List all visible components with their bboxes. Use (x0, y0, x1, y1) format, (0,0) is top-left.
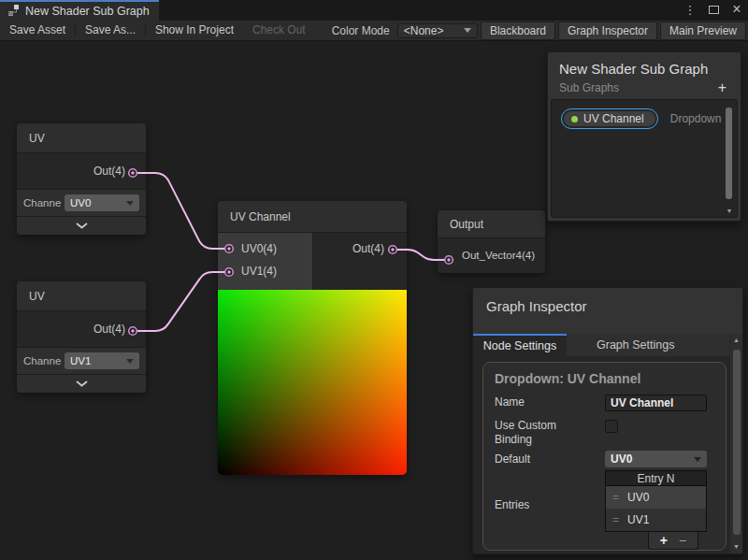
node-title[interactable]: UV (17, 123, 146, 153)
blackboard-scrollbar[interactable]: ▼ (725, 106, 734, 214)
node-input-column: UV0(4) UV1(4) (218, 233, 313, 290)
entries-label: Entries (495, 470, 605, 550)
default-dropdown[interactable]: UV0 (605, 451, 707, 467)
node-title[interactable]: UV (17, 281, 146, 311)
node-output-column: Out(4) (313, 233, 407, 290)
node-collapse-button[interactable] (17, 216, 146, 235)
use-custom-binding-checkbox[interactable] (605, 420, 618, 433)
color-mode-dropdown[interactable]: <None> (397, 23, 478, 38)
input-port-label: Out_Vector4(4) (438, 238, 545, 273)
tab-graph-settings[interactable]: Graph Settings (567, 334, 729, 356)
chevron-down-icon (126, 359, 134, 364)
toolbar: Save Asset Save As... Show In Project Ch… (0, 21, 748, 41)
blackboard-toggle-button[interactable]: Blackboard (481, 22, 555, 40)
chevron-down-icon (76, 381, 88, 387)
entry-row-uv1[interactable]: = UV1 (606, 509, 706, 531)
inspector-title: Graph Inspector (473, 288, 742, 334)
chevron-down-icon (694, 457, 701, 462)
inspector-tabs: Node Settings Graph Settings (473, 334, 729, 356)
subgraph-icon (7, 3, 20, 20)
name-input[interactable] (605, 395, 707, 411)
channel-label: Channe (23, 355, 65, 366)
tab-new-shader-sub-graph[interactable]: New Shader Sub Graph (0, 0, 159, 21)
toolbar-right: Blackboard Graph Inspector Main Preview (478, 21, 748, 41)
node-output[interactable]: Output Out_Vector4(4) (438, 210, 545, 273)
blackboard-title: New Shader Sub Graph (559, 61, 729, 77)
color-mode-value: <None> (404, 24, 464, 37)
property-pill-uv-channel[interactable]: UV Channel (561, 108, 658, 129)
node-output-label: Out(4) (17, 311, 146, 347)
add-property-button[interactable]: + (715, 81, 729, 94)
blackboard-panel: New Shader Sub Graph Sub Graphs + UV Cha… (547, 51, 741, 222)
tab-bar: New Shader Sub Graph ⋮ × (0, 0, 748, 21)
remove-entry-button[interactable]: − (679, 533, 686, 548)
dropdown-settings-box: Dropdown: UV Channel Name Use Custom B (482, 362, 726, 551)
input-port-label: UV0(4) (218, 237, 312, 260)
node-uv-bottom[interactable]: UV Out(4) Channe UV1 (17, 281, 146, 393)
scroll-up-icon[interactable]: ▲ (730, 334, 742, 347)
node-title[interactable]: Output (438, 210, 545, 238)
input-port-label: UV1(4) (218, 260, 312, 282)
entry-row-uv0[interactable]: = UV0 (606, 486, 706, 509)
tab-title: New Shader Sub Graph (25, 5, 150, 18)
channel-dropdown[interactable]: UV1 (65, 352, 139, 369)
default-label: Default (495, 451, 605, 467)
drag-handle-icon[interactable]: = (612, 491, 619, 504)
inspector-content: Dropdown: UV Channel Name Use Custom B (473, 356, 729, 553)
chevron-down-icon (464, 28, 471, 33)
output-port-label: Out(4) (313, 237, 407, 260)
blackboard-subtitle: Sub Graphs (559, 81, 715, 94)
graph-inspector-toggle-button[interactable]: Graph Inspector (558, 22, 657, 40)
node-uv-channel[interactable]: UV Channel UV0(4) UV1(4) Out(4) (218, 201, 407, 475)
node-uv-top[interactable]: UV Out(4) Channe UV0 (17, 123, 146, 235)
uv-gradient-preview (218, 290, 407, 475)
check-out-button: Check Out (243, 21, 315, 41)
use-custom-binding-label: Use Custom Binding (495, 417, 605, 447)
save-asset-button[interactable]: Save Asset (0, 21, 75, 41)
node-collapse-button[interactable] (17, 374, 146, 393)
window-controls: ⋮ × (683, 0, 744, 19)
maximize-icon[interactable] (706, 3, 721, 17)
main-preview-toggle-button[interactable]: Main Preview (660, 22, 746, 40)
scroll-down-icon[interactable]: ▼ (725, 208, 734, 214)
scrollbar-thumb[interactable] (726, 108, 732, 199)
scroll-down-icon[interactable]: ▼ (730, 540, 742, 553)
tab-node-settings[interactable]: Node Settings (473, 334, 567, 356)
add-entry-button[interactable]: + (660, 533, 668, 548)
entries-add-remove: + − (648, 532, 698, 550)
chevron-down-icon (126, 201, 134, 206)
scrollbar-thumb[interactable] (733, 350, 741, 535)
close-icon[interactable]: × (729, 1, 744, 18)
exposed-indicator-icon (571, 116, 578, 122)
graph-inspector-panel: Graph Inspector Node Settings Graph Sett… (472, 287, 743, 554)
more-icon[interactable]: ⋮ (683, 3, 698, 17)
blackboard-body: UV Channel Dropdown ▼ (551, 99, 738, 218)
node-output-label: Out(4) (17, 153, 146, 189)
chevron-down-icon (76, 223, 88, 229)
channel-label: Channe (23, 197, 65, 208)
section-title: Dropdown: UV Channel (483, 363, 726, 394)
show-in-project-button[interactable]: Show In Project (146, 21, 243, 41)
blackboard-header: New Shader Sub Graph Sub Graphs + (548, 52, 741, 99)
property-type-label: Dropdown (670, 112, 722, 125)
property-row: UV Channel Dropdown (561, 108, 727, 129)
save-as-button[interactable]: Save As... (76, 21, 145, 41)
drag-handle-icon[interactable]: = (612, 513, 619, 526)
channel-dropdown[interactable]: UV0 (65, 194, 139, 211)
node-title[interactable]: UV Channel (218, 201, 407, 233)
inspector-scrollbar[interactable]: ▲ ▼ (729, 334, 742, 553)
name-label: Name (495, 394, 605, 411)
color-mode-label: Color Mode (315, 24, 397, 37)
shader-graph-window: New Shader Sub Graph ⋮ × Save Asset Save… (0, 0, 748, 560)
entries-header: Entry N (605, 470, 707, 486)
